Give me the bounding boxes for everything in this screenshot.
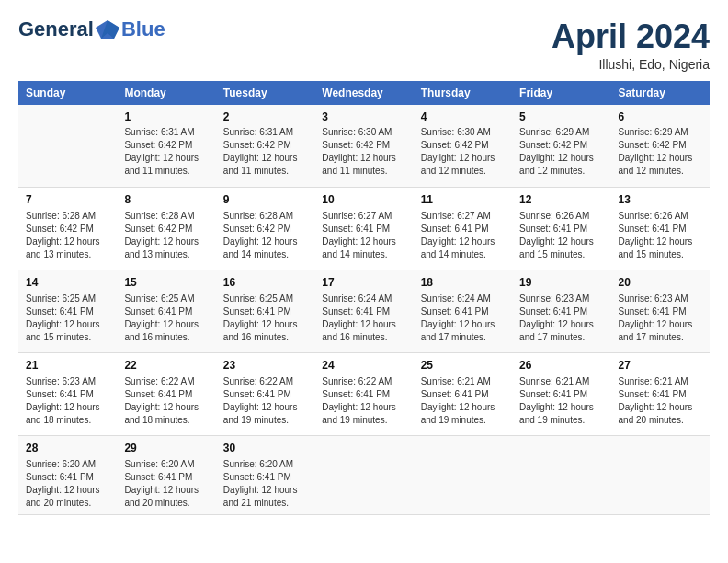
- day-info: Sunrise: 6:21 AMSunset: 6:41 PMDaylight:…: [519, 375, 603, 427]
- day-number: 24: [322, 358, 405, 373]
- calendar-cell: 16Sunrise: 6:25 AMSunset: 6:41 PMDayligh…: [216, 270, 314, 353]
- day-number: 26: [519, 358, 603, 373]
- calendar-cell: 17Sunrise: 6:24 AMSunset: 6:41 PMDayligh…: [314, 270, 413, 353]
- day-info: Sunrise: 6:30 AMSunset: 6:42 PMDaylight:…: [421, 126, 505, 178]
- calendar-cell: 27Sunrise: 6:21 AMSunset: 6:41 PMDayligh…: [611, 353, 710, 436]
- day-number: 2: [223, 109, 307, 125]
- day-info: Sunrise: 6:28 AMSunset: 6:42 PMDaylight:…: [124, 210, 208, 261]
- calendar-cell: 24Sunrise: 6:22 AMSunset: 6:41 PMDayligh…: [314, 353, 413, 436]
- day-number: 10: [322, 192, 405, 208]
- day-number: 9: [223, 192, 307, 208]
- calendar-cell: 18Sunrise: 6:24 AMSunset: 6:41 PMDayligh…: [414, 270, 512, 353]
- calendar-cell: 30Sunrise: 6:20 AMSunset: 6:41 PMDayligh…: [216, 436, 314, 515]
- day-number: 21: [26, 358, 109, 373]
- week-row-3: 14Sunrise: 6:25 AMSunset: 6:41 PMDayligh…: [18, 270, 710, 353]
- day-info: Sunrise: 6:22 AMSunset: 6:41 PMDaylight:…: [124, 375, 208, 427]
- day-info: Sunrise: 6:26 AMSunset: 6:41 PMDaylight:…: [519, 210, 603, 261]
- day-number: 5: [519, 109, 603, 125]
- day-number: 3: [322, 109, 405, 125]
- calendar-cell: [611, 436, 710, 515]
- day-info: Sunrise: 6:22 AMSunset: 6:41 PMDaylight:…: [322, 375, 405, 427]
- calendar-cell: 12Sunrise: 6:26 AMSunset: 6:41 PMDayligh…: [512, 188, 610, 270]
- day-number: 25: [421, 358, 505, 373]
- header-saturday: Saturday: [611, 81, 710, 105]
- calendar-cell: 13Sunrise: 6:26 AMSunset: 6:41 PMDayligh…: [611, 188, 710, 270]
- month-title: April 2024: [552, 18, 710, 55]
- calendar-cell: [18, 105, 117, 188]
- day-number: 1: [124, 109, 208, 125]
- day-number: 18: [421, 275, 505, 291]
- day-info: Sunrise: 6:31 AMSunset: 6:42 PMDaylight:…: [124, 126, 208, 178]
- day-info: Sunrise: 6:23 AMSunset: 6:41 PMDaylight:…: [519, 293, 603, 344]
- day-info: Sunrise: 6:28 AMSunset: 6:42 PMDaylight:…: [223, 210, 307, 261]
- day-info: Sunrise: 6:26 AMSunset: 6:41 PMDaylight:…: [619, 210, 702, 261]
- day-number: 27: [619, 358, 702, 373]
- calendar-cell: 9Sunrise: 6:28 AMSunset: 6:42 PMDaylight…: [216, 188, 314, 270]
- day-info: Sunrise: 6:25 AMSunset: 6:41 PMDaylight:…: [26, 293, 109, 344]
- title-block: April 2024 Illushi, Edo, Nigeria: [552, 18, 710, 72]
- day-info: Sunrise: 6:27 AMSunset: 6:41 PMDaylight:…: [421, 210, 505, 261]
- day-number: 11: [421, 192, 505, 208]
- week-row-1: 1Sunrise: 6:31 AMSunset: 6:42 PMDaylight…: [18, 105, 710, 188]
- header-tuesday: Tuesday: [216, 81, 314, 105]
- calendar-table: SundayMondayTuesdayWednesdayThursdayFrid…: [18, 81, 710, 515]
- day-number: 30: [223, 441, 307, 456]
- location: Illushi, Edo, Nigeria: [552, 57, 710, 72]
- calendar-cell: 1Sunrise: 6:31 AMSunset: 6:42 PMDaylight…: [117, 105, 215, 188]
- calendar-cell: [414, 436, 512, 515]
- day-number: 14: [26, 275, 109, 291]
- calendar-cell: 28Sunrise: 6:20 AMSunset: 6:41 PMDayligh…: [18, 436, 117, 515]
- day-number: 23: [223, 358, 307, 373]
- day-info: Sunrise: 6:22 AMSunset: 6:41 PMDaylight:…: [223, 375, 307, 427]
- calendar-cell: 2Sunrise: 6:31 AMSunset: 6:42 PMDaylight…: [216, 105, 314, 188]
- day-info: Sunrise: 6:29 AMSunset: 6:42 PMDaylight:…: [619, 126, 702, 178]
- logo-text: General: [18, 18, 119, 40]
- day-number: 12: [519, 192, 603, 208]
- page-header: General Blue April 2024 Illushi, Edo, Ni…: [18, 18, 710, 72]
- day-info: Sunrise: 6:23 AMSunset: 6:41 PMDaylight:…: [26, 375, 109, 427]
- day-number: 29: [124, 441, 208, 456]
- calendar-cell: 4Sunrise: 6:30 AMSunset: 6:42 PMDaylight…: [414, 105, 512, 188]
- calendar-cell: 7Sunrise: 6:28 AMSunset: 6:42 PMDaylight…: [18, 188, 117, 270]
- calendar-cell: 25Sunrise: 6:21 AMSunset: 6:41 PMDayligh…: [414, 353, 512, 436]
- day-info: Sunrise: 6:24 AMSunset: 6:41 PMDaylight:…: [421, 293, 505, 344]
- calendar-cell: 8Sunrise: 6:28 AMSunset: 6:42 PMDaylight…: [117, 188, 215, 270]
- day-info: Sunrise: 6:30 AMSunset: 6:42 PMDaylight:…: [322, 126, 405, 178]
- day-number: 4: [421, 109, 505, 125]
- calendar-cell: 10Sunrise: 6:27 AMSunset: 6:41 PMDayligh…: [314, 188, 413, 270]
- header-sunday: Sunday: [18, 81, 117, 105]
- week-row-5: 28Sunrise: 6:20 AMSunset: 6:41 PMDayligh…: [18, 436, 710, 515]
- day-info: Sunrise: 6:25 AMSunset: 6:41 PMDaylight:…: [124, 293, 208, 344]
- calendar-cell: 6Sunrise: 6:29 AMSunset: 6:42 PMDaylight…: [611, 105, 710, 188]
- day-info: Sunrise: 6:20 AMSunset: 6:41 PMDaylight:…: [124, 458, 208, 510]
- day-info: Sunrise: 6:20 AMSunset: 6:41 PMDaylight:…: [26, 458, 109, 510]
- day-number: 15: [124, 275, 208, 291]
- calendar-cell: 20Sunrise: 6:23 AMSunset: 6:41 PMDayligh…: [611, 270, 710, 353]
- logo-icon: [96, 20, 119, 40]
- header-wednesday: Wednesday: [314, 81, 413, 105]
- day-info: Sunrise: 6:25 AMSunset: 6:41 PMDaylight:…: [223, 293, 307, 344]
- calendar-cell: 11Sunrise: 6:27 AMSunset: 6:41 PMDayligh…: [414, 188, 512, 270]
- logo: General Blue: [18, 18, 165, 40]
- header-friday: Friday: [512, 81, 610, 105]
- day-number: 22: [124, 358, 208, 373]
- day-number: 16: [223, 275, 307, 291]
- calendar-cell: [512, 436, 610, 515]
- day-info: Sunrise: 6:23 AMSunset: 6:41 PMDaylight:…: [619, 293, 702, 344]
- day-number: 7: [26, 192, 109, 208]
- day-info: Sunrise: 6:27 AMSunset: 6:41 PMDaylight:…: [322, 210, 405, 261]
- calendar-cell: 5Sunrise: 6:29 AMSunset: 6:42 PMDaylight…: [512, 105, 610, 188]
- day-number: 6: [619, 109, 702, 125]
- day-number: 8: [124, 192, 208, 208]
- day-number: 19: [519, 275, 603, 291]
- day-number: 17: [322, 275, 405, 291]
- day-info: Sunrise: 6:28 AMSunset: 6:42 PMDaylight:…: [26, 210, 109, 261]
- calendar-header-row: SundayMondayTuesdayWednesdayThursdayFrid…: [18, 81, 710, 105]
- calendar-cell: 21Sunrise: 6:23 AMSunset: 6:41 PMDayligh…: [18, 353, 117, 436]
- header-thursday: Thursday: [414, 81, 512, 105]
- week-row-4: 21Sunrise: 6:23 AMSunset: 6:41 PMDayligh…: [18, 353, 710, 436]
- day-info: Sunrise: 6:20 AMSunset: 6:41 PMDaylight:…: [223, 458, 307, 510]
- calendar-cell: [314, 436, 413, 515]
- day-info: Sunrise: 6:21 AMSunset: 6:41 PMDaylight:…: [619, 375, 702, 427]
- calendar-cell: 14Sunrise: 6:25 AMSunset: 6:41 PMDayligh…: [18, 270, 117, 353]
